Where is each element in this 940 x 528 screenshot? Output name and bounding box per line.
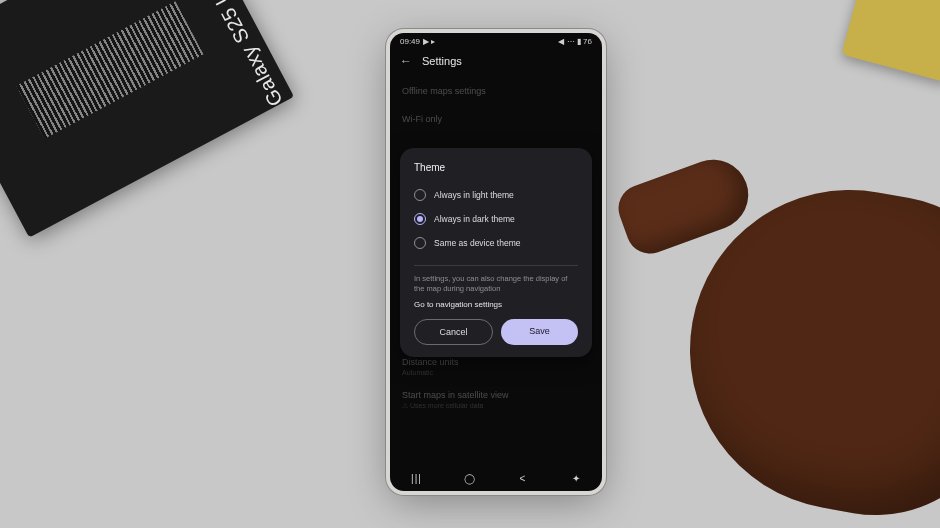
back-nav-icon[interactable]: < <box>514 473 532 484</box>
list-item[interactable]: Start maps in satellite view <box>402 382 590 402</box>
list-item[interactable]: Offline maps settings <box>402 78 590 98</box>
radio-option-light[interactable]: Always in light theme <box>414 183 578 207</box>
page-title: Settings <box>422 55 462 67</box>
radio-label: Always in light theme <box>434 190 514 200</box>
barcode <box>16 1 203 138</box>
theme-dialog: Theme Always in light theme Always in da… <box>400 148 592 357</box>
radio-option-dark[interactable]: Always in dark theme <box>414 207 578 231</box>
dialog-hint: In settings, you can also change the dis… <box>414 274 578 294</box>
home-icon[interactable]: ◯ <box>461 473 479 484</box>
radio-label: Always in dark theme <box>434 214 515 224</box>
phone-screen: 09:49 ▶ ▸ ◀ ⋯ ▮ 76 ← Settings Offline ma… <box>390 33 602 491</box>
product-name: Galaxy S25 Ultra <box>192 0 287 110</box>
status-bar: 09:49 ▶ ▸ ◀ ⋯ ▮ 76 <box>390 33 602 48</box>
divider <box>414 265 578 266</box>
save-button[interactable]: Save <box>501 319 578 345</box>
status-system-icons: ◀ ⋯ ▮ 76 <box>558 37 592 46</box>
radio-option-device[interactable]: Same as device theme <box>414 231 578 255</box>
list-item-sub: ⚠ Uses more cellular data <box>402 402 590 416</box>
product-box: Galaxy S25 Ultra <box>0 0 294 238</box>
status-time: 09:49 <box>400 37 420 46</box>
settings-list: Offline maps settings Wi-Fi only <box>390 78 602 126</box>
list-item-sub: Automatic <box>402 369 590 382</box>
dialog-title: Theme <box>414 162 578 173</box>
radio-icon <box>414 189 426 201</box>
accessibility-icon[interactable]: ✦ <box>567 473 585 484</box>
system-navbar: ||| ◯ < ✦ <box>390 465 602 491</box>
back-icon[interactable]: ← <box>400 54 412 68</box>
desk-object <box>842 0 940 83</box>
status-indicator-icon: ▶ ▸ <box>423 37 435 46</box>
user-hand <box>580 120 940 528</box>
recents-icon[interactable]: ||| <box>408 473 426 484</box>
list-item[interactable]: Wi-Fi only <box>402 98 590 126</box>
radio-label: Same as device theme <box>434 238 520 248</box>
radio-icon <box>414 213 426 225</box>
app-header: ← Settings <box>390 48 602 78</box>
cancel-button[interactable]: Cancel <box>414 319 493 345</box>
navigation-settings-link[interactable]: Go to navigation settings <box>414 300 578 309</box>
radio-icon <box>414 237 426 249</box>
